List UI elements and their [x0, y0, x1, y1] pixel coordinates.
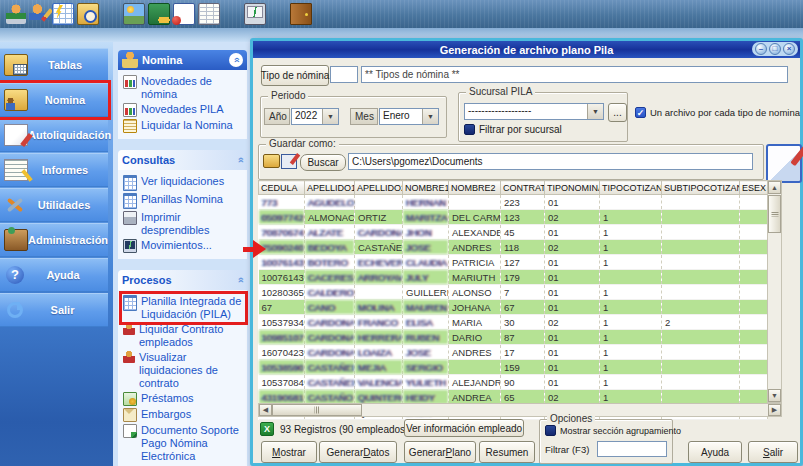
mostrar-button[interactable]: Mostrar: [261, 441, 317, 463]
nav-item[interactable]: Movimientos...: [122, 238, 245, 254]
image-viewer-icon[interactable]: [123, 3, 145, 25]
column-header[interactable]: NOMBRE2: [449, 181, 501, 195]
generar-plano-button[interactable]: Generar Plano: [404, 441, 476, 463]
buscar-button[interactable]: Buscar: [300, 154, 346, 171]
sidebar-item-informes[interactable]: Informes: [0, 153, 108, 187]
nav-item[interactable]: Documento Soporte Pago Nómina Electrónic…: [122, 423, 245, 464]
exit-door-icon[interactable]: [290, 3, 312, 25]
user-edit-icon[interactable]: [29, 4, 49, 24]
nav-item[interactable]: Préstamos: [122, 391, 245, 407]
sidebar-item-ayuda[interactable]: Ayuda: [0, 258, 108, 292]
nav-item[interactable]: Planilla Integrada de Liquidación (PILA): [122, 294, 245, 322]
ano-select[interactable]: 2022 ▼: [291, 108, 339, 125]
scroll-left-icon[interactable]: ◀: [259, 404, 272, 416]
tipos-nomina-field[interactable]: ** Tipos de nómina **: [361, 66, 788, 83]
vertical-scrollbar[interactable]: ▲ ▼: [767, 180, 782, 403]
column-header[interactable]: ESEX: [740, 181, 768, 195]
collapse-chevron-icon[interactable]: »: [234, 157, 246, 163]
sidebar-item-autoliquidaci-n[interactable]: Autoliquidación: [0, 118, 108, 152]
monitor-chart-icon[interactable]: [244, 3, 266, 25]
nav-item[interactable]: Embargos: [122, 407, 245, 423]
column-header[interactable]: TIPOCOTIZANTE: [600, 181, 662, 195]
horizontal-scrollbar[interactable]: ◀ ▶: [258, 403, 782, 417]
nav-item[interactable]: Imprimir desprendibles: [122, 210, 245, 238]
column-header[interactable]: SUBTIPOCOTIZANTE: [662, 181, 740, 195]
table-row[interactable]: 70870674ALZATECARDONAJHONALEXANDER45011: [259, 225, 768, 240]
table-row[interactable]: 1053708495CASTAÑEDAVALENCIAYULIETHALEJAN…: [259, 375, 768, 390]
table-row[interactable]: 10280365CALDERONGUILLERMOALONSO7011: [259, 285, 768, 300]
collapse-chevron-icon[interactable]: »: [234, 277, 246, 283]
user-keyboard-icon[interactable]: [6, 4, 26, 24]
nav-item[interactable]: Novedades de nómina: [122, 74, 245, 102]
section-header[interactable]: Nomina»: [118, 50, 247, 70]
nav-item[interactable]: Visualizar liquidaciones de contrato: [122, 350, 245, 391]
ver-informacion-button[interactable]: Ver información empleado: [404, 419, 524, 437]
nav-item[interactable]: Liquidar Contrato empleados: [122, 322, 245, 350]
path-input[interactable]: C:\Users\pgomez\Documents: [348, 153, 753, 170]
scroll-up-icon[interactable]: ▲: [768, 181, 781, 194]
sidebar-item-utilidades[interactable]: Utilidades: [0, 188, 108, 222]
resumen-button[interactable]: Resumen: [479, 441, 535, 463]
table-row[interactable]: 16070423CARDONALOAIZAJOSEANDRES17011: [259, 345, 768, 360]
nav-item[interactable]: Planillas Nomina: [122, 192, 245, 210]
scroll-right-icon[interactable]: ▶: [768, 404, 781, 416]
payments-icon[interactable]: [148, 3, 170, 25]
chevron-down-icon[interactable]: ▼: [422, 109, 438, 124]
filtrar-sucursal-checkbox[interactable]: [464, 124, 475, 135]
table-row[interactable]: 1007614377CACERESARROYAVEJULYMARIUTH1790…: [259, 270, 768, 285]
document-red-icon[interactable]: [173, 3, 195, 25]
hscroll-thumb[interactable]: [272, 404, 362, 416]
column-header[interactable]: CEDULA: [259, 181, 305, 195]
excel-icon[interactable]: X: [260, 422, 274, 436]
agrupamiento-checkbox[interactable]: [545, 425, 556, 436]
vscroll-thumb[interactable]: [768, 195, 781, 233]
close-icon[interactable]: ×: [783, 43, 795, 55]
section-header[interactable]: Procesos»: [118, 270, 247, 290]
table-row[interactable]: 67CANOMOLINAMAURENJOHANA67011: [259, 300, 768, 315]
mes-select[interactable]: Enero ▼: [379, 108, 439, 125]
dialog-titlebar[interactable]: Generación de archivo plano Pila – □ ×: [253, 41, 800, 58]
sidebar-item-administraci-n[interactable]: Administración: [0, 223, 108, 257]
minimize-icon[interactable]: –: [755, 43, 767, 55]
table-row[interactable]: 10538590CASTAÑEDAMEJIASERGIO159011: [259, 360, 768, 375]
table-row[interactable]: 75090240BEDOYACASTAÑEDAJOSEANDRES118021: [259, 240, 768, 255]
filtrar-f3-input[interactable]: [597, 441, 667, 457]
salir-button[interactable]: Salir: [748, 441, 798, 463]
generar-datos-button[interactable]: Generar Datos: [319, 441, 397, 463]
table-row[interactable]: 1053793403CARDONAFRANCOELISAMARIA300212: [259, 315, 768, 330]
nav-item[interactable]: Ver liquidaciones: [122, 174, 245, 192]
edit-file-icon[interactable]: [281, 154, 297, 169]
chevron-down-icon[interactable]: ▼: [322, 109, 338, 124]
sidebar-item-salir[interactable]: Salir: [0, 293, 108, 327]
table-row[interactable]: 10985107CARDONAHERRERARUBENDARIO87011: [259, 330, 768, 345]
table-row[interactable]: 773AGUDELOHERNAN22301: [259, 195, 768, 210]
collapse-chevron-icon[interactable]: »: [229, 53, 243, 67]
column-header[interactable]: TIPONOMINA: [545, 181, 600, 195]
tipo-nomina-button[interactable]: Tipo de nómina: [261, 65, 329, 86]
chevron-down-icon[interactable]: ▼: [587, 104, 603, 119]
sidebar-item-tablas[interactable]: Tablas: [0, 48, 108, 82]
nav-item[interactable]: Liquidar la Nomina: [122, 118, 245, 134]
tipo-nomina-code-input[interactable]: [330, 66, 358, 83]
sucursal-select[interactable]: ------------------- ▼: [464, 103, 604, 120]
section-header[interactable]: Consultas»: [118, 150, 247, 170]
sidebar-item-nomina[interactable]: Nomina: [0, 83, 108, 117]
nav-item[interactable]: Novedades PILA: [122, 102, 245, 118]
spreadsheet-icon[interactable]: [198, 3, 220, 25]
folder-icon[interactable]: [263, 154, 280, 168]
table-flash-icon[interactable]: [52, 3, 74, 25]
un-archivo-checkbox[interactable]: ✓: [635, 107, 646, 118]
table-header-row[interactable]: CEDULAAPELLIDO1APELLIDO2NOMBRE1NOMBRE2CO…: [259, 181, 768, 195]
folder-search-icon[interactable]: [77, 3, 99, 25]
maximize-icon[interactable]: □: [769, 43, 781, 55]
column-header[interactable]: NOMBRE1: [403, 181, 449, 195]
notepad-icon-button[interactable]: [766, 144, 802, 183]
table-row[interactable]: 1007614372BOTEROECHEVERRYCLAUDIAPATRICIA…: [259, 255, 768, 270]
column-header[interactable]: APELLIDO2: [355, 181, 403, 195]
column-header[interactable]: CONTRATO: [501, 181, 545, 195]
scroll-down-icon[interactable]: ▼: [768, 389, 781, 402]
column-header[interactable]: APELLIDO1: [305, 181, 355, 195]
sucursal-browse-button[interactable]: ...: [608, 103, 627, 122]
table-row[interactable]: 05097742ALMONACIDORTIZMARITZADEL CARMEN1…: [259, 210, 768, 225]
ayuda-button[interactable]: Ayuda: [688, 441, 742, 463]
